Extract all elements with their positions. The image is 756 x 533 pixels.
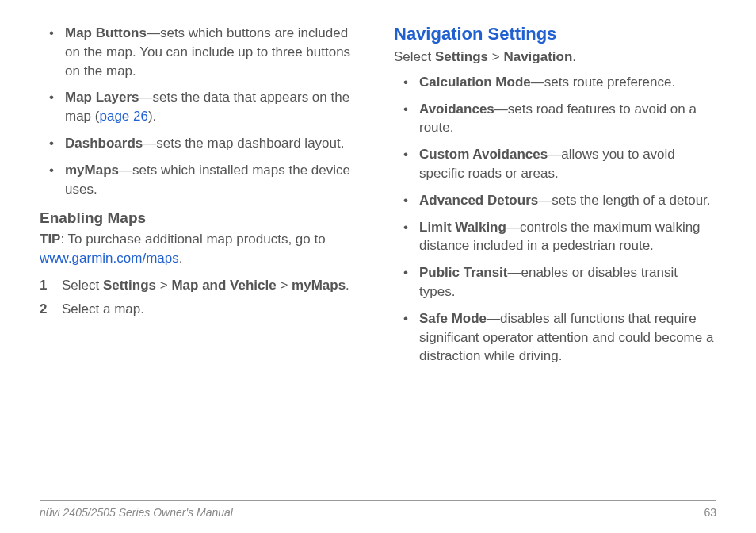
right-bullet-list: • Calculation Mode—sets route preference… — [394, 73, 716, 366]
subheading-enabling-maps: Enabling Maps — [40, 209, 362, 227]
bullet-icon: • — [394, 145, 419, 164]
desc: —sets the map dashboard layout. — [143, 136, 344, 151]
right-column: Navigation Settings Select Settings > Na… — [394, 24, 716, 484]
term: Limit Walking — [419, 220, 506, 235]
bullet-icon: • — [394, 309, 419, 328]
bullet-text: Map Buttons—sets which buttons are inclu… — [65, 24, 362, 80]
tip-label: TIP — [40, 232, 60, 247]
desc: —sets the length of a detour. — [538, 193, 710, 208]
step-text: Select Settings > Map and Vehicle > myMa… — [62, 276, 362, 295]
term: myMaps — [65, 163, 119, 178]
page-reference-link[interactable]: page 26 — [99, 109, 147, 124]
step-number: 2 — [40, 300, 62, 319]
step-text: Select a map. — [62, 300, 362, 319]
bullet-icon: • — [394, 73, 419, 92]
term: Custom Avoidances — [419, 147, 548, 162]
bullet-text: myMaps—sets which installed maps the dev… — [65, 161, 362, 199]
sep: > — [277, 278, 292, 293]
sep: > — [488, 49, 503, 64]
list-item: • Calculation Mode—sets route preference… — [394, 73, 716, 92]
bullet-icon: • — [394, 263, 419, 282]
desc-post: ). — [148, 109, 156, 124]
list-item: • Custom Avoidances—allows you to avoid … — [394, 145, 716, 183]
heading-navigation-settings: Navigation Settings — [394, 24, 716, 44]
b2: Navigation — [503, 49, 572, 64]
term: Calculation Mode — [419, 75, 531, 90]
bullet-icon: • — [394, 218, 419, 237]
tip-text-post: . — [179, 251, 183, 266]
b2: Map and Vehicle — [171, 278, 276, 293]
tip-line: TIP: To purchase additional map products… — [40, 230, 362, 268]
list-item: • Map Buttons—sets which buttons are inc… — [40, 24, 362, 80]
pre: Select — [394, 49, 435, 64]
bullet-icon: • — [394, 100, 419, 119]
bullet-icon: • — [40, 24, 65, 43]
term: Map Buttons — [65, 25, 147, 40]
bullet-icon: • — [40, 134, 65, 153]
list-item: • Avoidances—sets road features to avoid… — [394, 100, 716, 138]
list-item: • Dashboards—sets the map dashboard layo… — [40, 134, 362, 153]
left-bullet-list: • Map Buttons—sets which buttons are inc… — [40, 24, 362, 198]
sep: > — [156, 278, 171, 293]
term: Dashboards — [65, 136, 143, 151]
list-item: • Advanced Detours—sets the length of a … — [394, 191, 716, 210]
b1: Settings — [435, 49, 488, 64]
manual-title: nüvi 2405/2505 Series Owner's Manual — [40, 506, 233, 519]
b3: myMaps — [292, 278, 346, 293]
list-item: • Map Layers—sets the data that appears … — [40, 88, 362, 126]
term: Map Layers — [65, 90, 139, 105]
steps-list: 1 Select Settings > Map and Vehicle > my… — [40, 276, 362, 319]
bullet-text: Calculation Mode—sets route preference. — [419, 73, 716, 92]
list-item: • myMaps—sets which installed maps the d… — [40, 161, 362, 199]
term: Safe Mode — [419, 311, 487, 326]
page-number: 63 — [704, 506, 716, 519]
bullet-text: Map Layers—sets the data that appears on… — [65, 88, 362, 126]
page-content: • Map Buttons—sets which buttons are inc… — [40, 24, 716, 484]
list-item: • Public Transit—enables or disables tra… — [394, 263, 716, 301]
bullet-text: Dashboards—sets the map dashboard layout… — [65, 134, 362, 153]
page-footer: nüvi 2405/2505 Series Owner's Manual 63 — [40, 500, 716, 519]
step-number: 1 — [40, 276, 62, 295]
bullet-text: Custom Avoidances—allows you to avoid sp… — [419, 145, 716, 183]
term: Public Transit — [419, 265, 507, 280]
desc: —sets route preference. — [531, 75, 675, 90]
bullet-text: Avoidances—sets road features to avoid o… — [419, 100, 716, 138]
pre: Select — [62, 278, 103, 293]
bullet-text: Public Transit—enables or disables trans… — [419, 263, 716, 301]
step-item: 2 Select a map. — [40, 300, 362, 319]
instruction-line: Select Settings > Navigation. — [394, 48, 716, 67]
garmin-maps-link[interactable]: www.garmin.com/maps — [40, 251, 179, 266]
bullet-icon: • — [40, 161, 65, 180]
tip-text-pre: : To purchase additional map products, g… — [60, 232, 325, 247]
step-item: 1 Select Settings > Map and Vehicle > my… — [40, 276, 362, 295]
bullet-icon: • — [40, 88, 65, 107]
post: . — [572, 49, 576, 64]
bullet-text: Limit Walking—controls the maximum walki… — [419, 218, 716, 256]
bullet-text: Safe Mode—disables all functions that re… — [419, 309, 716, 366]
list-item: • Safe Mode—disables all functions that … — [394, 309, 716, 366]
b1: Settings — [103, 278, 156, 293]
term: Advanced Detours — [419, 193, 538, 208]
bullet-icon: • — [394, 191, 419, 210]
list-item: • Limit Walking—controls the maximum wal… — [394, 218, 716, 256]
bullet-text: Advanced Detours—sets the length of a de… — [419, 191, 716, 210]
left-column: • Map Buttons—sets which buttons are inc… — [40, 24, 362, 484]
term: Avoidances — [419, 102, 494, 117]
post: . — [346, 278, 349, 293]
